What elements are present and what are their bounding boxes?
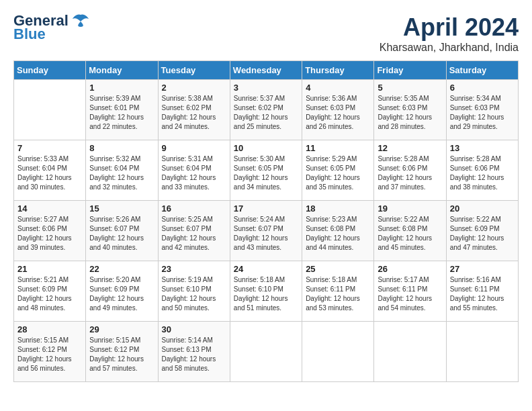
calendar-cell: 30Sunrise: 5:14 AM Sunset: 6:13 PM Dayli… (158, 322, 230, 382)
weekday-header-wednesday: Wednesday (230, 61, 302, 80)
calendar-cell: 17Sunrise: 5:24 AM Sunset: 6:07 PM Dayli… (230, 201, 302, 261)
day-info: Sunrise: 5:15 AM Sunset: 6:12 PM Dayligh… (89, 336, 154, 373)
day-info: Sunrise: 5:19 AM Sunset: 6:10 PM Dayligh… (162, 275, 226, 313)
calendar-cell: 7Sunrise: 5:33 AM Sunset: 6:04 PM Daylig… (14, 140, 86, 201)
calendar-week-row: 28Sunrise: 5:15 AM Sunset: 6:12 PM Dayli… (14, 322, 519, 382)
day-number: 23 (162, 264, 226, 274)
day-info: Sunrise: 5:38 AM Sunset: 6:02 PM Dayligh… (162, 94, 226, 132)
weekday-header-saturday: Saturday (446, 61, 518, 80)
day-number: 10 (234, 143, 298, 153)
day-info: Sunrise: 5:14 AM Sunset: 6:13 PM Dayligh… (162, 336, 226, 373)
day-info: Sunrise: 5:18 AM Sunset: 6:10 PM Dayligh… (234, 275, 298, 313)
calendar-cell: 25Sunrise: 5:18 AM Sunset: 6:11 PM Dayli… (302, 261, 374, 322)
day-info: Sunrise: 5:33 AM Sunset: 6:04 PM Dayligh… (17, 154, 82, 192)
day-info: Sunrise: 5:17 AM Sunset: 6:11 PM Dayligh… (378, 275, 442, 313)
day-number: 13 (450, 143, 515, 153)
day-number: 19 (378, 203, 442, 214)
day-number: 27 (450, 264, 515, 274)
day-number: 17 (234, 203, 298, 214)
day-number: 12 (378, 143, 442, 153)
day-number: 6 (450, 83, 515, 93)
calendar-cell: 22Sunrise: 5:20 AM Sunset: 6:09 PM Dayli… (86, 261, 158, 322)
day-number: 16 (162, 203, 226, 214)
weekday-header-row: SundayMondayTuesdayWednesdayThursdayFrid… (14, 61, 519, 80)
day-number: 30 (162, 324, 226, 334)
day-number: 22 (89, 264, 154, 274)
day-number: 20 (450, 203, 515, 214)
weekday-header-monday: Monday (86, 61, 158, 80)
day-number: 29 (89, 324, 154, 334)
day-number: 25 (306, 264, 370, 274)
calendar-table: SundayMondayTuesdayWednesdayThursdayFrid… (13, 60, 519, 382)
calendar-cell: 14Sunrise: 5:27 AM Sunset: 6:06 PM Dayli… (14, 201, 86, 261)
page-header: General Blue April 2024 Kharsawan, Jhark… (13, 13, 519, 54)
calendar-cell: 15Sunrise: 5:26 AM Sunset: 6:07 PM Dayli… (86, 201, 158, 261)
calendar-cell: 9Sunrise: 5:31 AM Sunset: 6:04 PM Daylig… (158, 140, 230, 201)
calendar-cell: 16Sunrise: 5:25 AM Sunset: 6:07 PM Dayli… (158, 201, 230, 261)
calendar-week-row: 14Sunrise: 5:27 AM Sunset: 6:06 PM Dayli… (14, 201, 519, 261)
day-info: Sunrise: 5:28 AM Sunset: 6:06 PM Dayligh… (450, 154, 515, 192)
calendar-cell: 8Sunrise: 5:32 AM Sunset: 6:04 PM Daylig… (86, 140, 158, 201)
calendar-cell: 29Sunrise: 5:15 AM Sunset: 6:12 PM Dayli… (86, 322, 158, 382)
calendar-cell: 3Sunrise: 5:37 AM Sunset: 6:02 PM Daylig… (230, 80, 302, 140)
day-number: 8 (89, 143, 154, 153)
day-number: 21 (17, 264, 82, 274)
day-number: 11 (306, 143, 370, 153)
day-info: Sunrise: 5:29 AM Sunset: 6:05 PM Dayligh… (306, 154, 370, 192)
day-info: Sunrise: 5:22 AM Sunset: 6:08 PM Dayligh… (378, 215, 442, 253)
calendar-cell: 6Sunrise: 5:34 AM Sunset: 6:03 PM Daylig… (446, 80, 518, 140)
day-info: Sunrise: 5:24 AM Sunset: 6:07 PM Dayligh… (234, 215, 298, 253)
day-number: 14 (17, 203, 82, 214)
calendar-cell (302, 322, 374, 382)
day-info: Sunrise: 5:25 AM Sunset: 6:07 PM Dayligh… (162, 215, 226, 253)
calendar-cell: 10Sunrise: 5:30 AM Sunset: 6:05 PM Dayli… (230, 140, 302, 201)
calendar-cell (14, 80, 86, 140)
calendar-cell: 21Sunrise: 5:21 AM Sunset: 6:09 PM Dayli… (14, 261, 86, 322)
day-info: Sunrise: 5:16 AM Sunset: 6:11 PM Dayligh… (450, 275, 515, 313)
weekday-header-friday: Friday (374, 61, 446, 80)
calendar-cell: 23Sunrise: 5:19 AM Sunset: 6:10 PM Dayli… (158, 261, 230, 322)
calendar-cell (446, 322, 518, 382)
day-info: Sunrise: 5:30 AM Sunset: 6:05 PM Dayligh… (234, 154, 298, 192)
calendar-cell (230, 322, 302, 382)
weekday-header-sunday: Sunday (14, 61, 86, 80)
day-info: Sunrise: 5:39 AM Sunset: 6:01 PM Dayligh… (89, 94, 154, 132)
calendar-week-row: 1Sunrise: 5:39 AM Sunset: 6:01 PM Daylig… (14, 80, 519, 140)
calendar-cell: 24Sunrise: 5:18 AM Sunset: 6:10 PM Dayli… (230, 261, 302, 322)
calendar-cell: 26Sunrise: 5:17 AM Sunset: 6:11 PM Dayli… (374, 261, 446, 322)
calendar-week-row: 21Sunrise: 5:21 AM Sunset: 6:09 PM Dayli… (14, 261, 519, 322)
day-info: Sunrise: 5:28 AM Sunset: 6:06 PM Dayligh… (378, 154, 442, 192)
day-number: 26 (378, 264, 442, 274)
calendar-cell: 27Sunrise: 5:16 AM Sunset: 6:11 PM Dayli… (446, 261, 518, 322)
day-number: 9 (162, 143, 226, 153)
day-number: 7 (17, 143, 82, 153)
day-info: Sunrise: 5:32 AM Sunset: 6:04 PM Dayligh… (89, 154, 154, 192)
calendar-cell: 12Sunrise: 5:28 AM Sunset: 6:06 PM Dayli… (374, 140, 446, 201)
day-number: 1 (89, 83, 154, 93)
day-number: 5 (378, 83, 442, 93)
day-number: 18 (306, 203, 370, 214)
day-info: Sunrise: 5:26 AM Sunset: 6:07 PM Dayligh… (89, 215, 154, 253)
calendar-week-row: 7Sunrise: 5:33 AM Sunset: 6:04 PM Daylig… (14, 140, 519, 201)
month-title: April 2024 (380, 13, 519, 42)
calendar-cell: 20Sunrise: 5:22 AM Sunset: 6:09 PM Dayli… (446, 201, 518, 261)
day-info: Sunrise: 5:22 AM Sunset: 6:09 PM Dayligh… (450, 215, 515, 253)
calendar-cell: 4Sunrise: 5:36 AM Sunset: 6:03 PM Daylig… (302, 80, 374, 140)
day-info: Sunrise: 5:31 AM Sunset: 6:04 PM Dayligh… (162, 154, 226, 192)
day-number: 3 (234, 83, 298, 93)
day-number: 24 (234, 264, 298, 274)
location-title: Kharsawan, Jharkhand, India (380, 42, 519, 54)
logo-blue-text: Blue (13, 27, 46, 42)
day-number: 15 (89, 203, 154, 214)
logo: General Blue (13, 13, 90, 42)
calendar-cell: 28Sunrise: 5:15 AM Sunset: 6:12 PM Dayli… (14, 322, 86, 382)
day-info: Sunrise: 5:35 AM Sunset: 6:03 PM Dayligh… (378, 94, 442, 132)
calendar-cell: 13Sunrise: 5:28 AM Sunset: 6:06 PM Dayli… (446, 140, 518, 201)
day-info: Sunrise: 5:37 AM Sunset: 6:02 PM Dayligh… (234, 94, 298, 132)
day-number: 4 (306, 83, 370, 93)
calendar-cell: 18Sunrise: 5:23 AM Sunset: 6:08 PM Dayli… (302, 201, 374, 261)
calendar-cell: 2Sunrise: 5:38 AM Sunset: 6:02 PM Daylig… (158, 80, 230, 140)
day-number: 2 (162, 83, 226, 93)
day-info: Sunrise: 5:18 AM Sunset: 6:11 PM Dayligh… (306, 275, 370, 313)
calendar-cell: 1Sunrise: 5:39 AM Sunset: 6:01 PM Daylig… (86, 80, 158, 140)
